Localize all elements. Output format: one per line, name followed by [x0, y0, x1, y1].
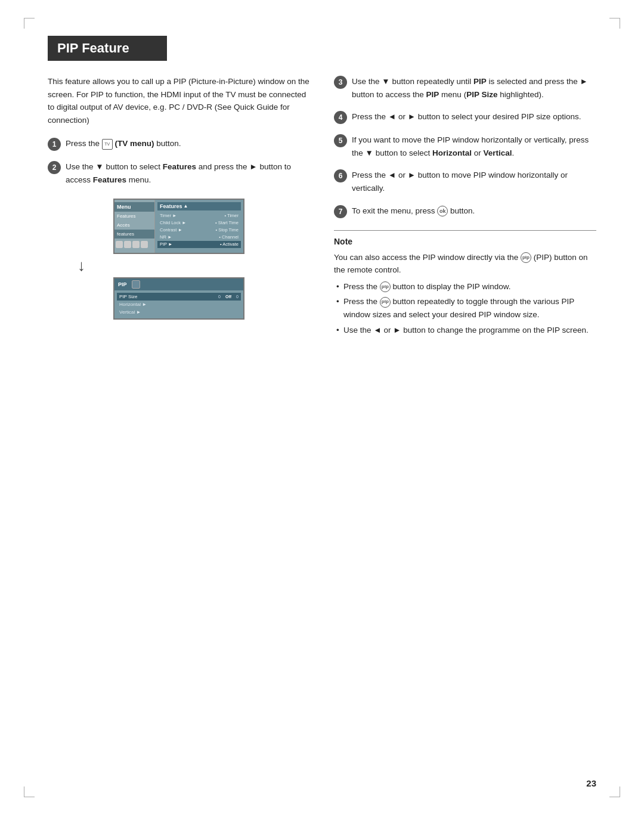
pip-title-text: PIP	[118, 281, 127, 287]
sidebar-item-acces: Accès	[114, 221, 154, 230]
screen-mockup-area: → Menu Features Accès features	[48, 199, 310, 320]
sidebar-item-features: Features	[114, 212, 154, 221]
right-column: 3 Use the ▼ button repeatedly until PIP …	[334, 75, 596, 339]
corner-mark-br	[609, 786, 620, 797]
pip-val-0: 0	[218, 295, 221, 299]
corner-mark-tl	[24, 18, 35, 29]
menu-row-timer: Timer ►• Timer	[157, 212, 241, 219]
step-1: 1 Press the TV (TV menu) button.	[48, 137, 310, 151]
sidebar-title: Menu	[114, 202, 154, 212]
menu-main: Features ▲ Timer ►• Timer Child Lock ►• …	[155, 200, 243, 253]
left-column: This feature allows you to call up a PIP…	[48, 75, 310, 339]
intro-paragraph: This feature allows you to call up a PIP…	[48, 75, 310, 126]
step-num-6: 6	[334, 169, 347, 182]
step-4: 4 Press the ◄ or ► button to select your…	[334, 110, 596, 124]
page-container: PIP Feature This feature allows you to c…	[0, 0, 644, 833]
pip-value-area: 0 Off 0	[218, 295, 239, 299]
step-num-7: 7	[334, 205, 347, 218]
corner-mark-bl	[24, 786, 35, 797]
menu-sidebar: Menu Features Accès features	[114, 200, 155, 253]
step-num-2: 2	[48, 161, 61, 174]
step-5: 5 If you want to move the PIP window hor…	[334, 134, 596, 159]
step-2: 2 Use the ▼ button to select Features an…	[48, 160, 310, 186]
menu-row-nr: NR ►• Channel	[157, 234, 241, 241]
note-intro: You can also access the PIP window direc…	[334, 251, 596, 277]
menu-icon: TV	[102, 139, 113, 150]
step-7: 7 To exit the menu, press ok button.	[334, 205, 596, 218]
step-num-3: 3	[334, 76, 347, 89]
pip-title-bar: PIP	[114, 278, 243, 290]
features-menu-mockup: Menu Features Accès features	[113, 199, 244, 255]
down-arrow: ↓	[78, 256, 85, 275]
menu-row-pip: PIP ►• Activate	[157, 241, 241, 248]
pip-btn-display: pip	[380, 281, 391, 292]
pip-row-vertical: Vertical ►	[119, 308, 239, 316]
pip-val-1: 0	[236, 295, 239, 299]
note-bullet-3: Use the ◄ or ► button to change the prog…	[334, 324, 596, 337]
menu-main-title: Features ▲	[157, 202, 241, 210]
page-title: PIP Feature	[48, 36, 167, 61]
content-columns: This feature allows you to call up a PIP…	[48, 75, 596, 339]
step-text-7: To exit the menu, press ok button.	[352, 205, 475, 218]
step-num-4: 4	[334, 111, 347, 124]
step-6: 6 Press the ◄ or ► button to move PIP wi…	[334, 169, 596, 194]
pip-button-icon-inline: pip	[521, 252, 531, 263]
note-bullet-1: Press the pip button to display the PIP …	[334, 280, 596, 293]
pip-row-horizontal: Horizontal ►	[119, 301, 239, 308]
step-text-5: If you want to move the PIP window horiz…	[352, 134, 596, 159]
note-bullet-2: Press the pip button repeatedly to toggl…	[334, 295, 596, 321]
sidebar-item-active: features	[114, 230, 154, 239]
pip-menu-mockup: PIP PIP Size 0 Off 0	[113, 277, 244, 320]
pip-content: PIP Size 0 Off 0 Horizontal ► Vertical ►	[114, 290, 243, 318]
menu-row-contrast: Contrast ►• Stop Time	[157, 227, 241, 234]
corner-mark-tr	[609, 18, 620, 29]
step-3: 3 Use the ▼ button repeatedly until PIP …	[334, 75, 596, 101]
step-num-1: 1	[48, 138, 61, 151]
note-section: Note You can also access the PIP window …	[334, 230, 596, 337]
ok-button-icon: ok	[437, 206, 448, 216]
menu-row-childlock: Child Lock ►• Start Time	[157, 219, 241, 227]
step-num-5: 5	[334, 134, 347, 147]
pip-row-size: PIP Size 0 Off 0	[117, 293, 241, 301]
pip-btn-toggle: pip	[380, 297, 391, 308]
pip-val-off: Off	[225, 295, 231, 299]
page-number: 23	[586, 778, 596, 788]
step-text-4: Press the ◄ or ► button to select your d…	[352, 110, 581, 123]
step-text-3: Use the ▼ button repeatedly until PIP is…	[352, 75, 596, 101]
step-text-1: Press the TV (TV menu) button.	[66, 137, 181, 150]
features-screen-wrapper: → Menu Features Accès features	[113, 199, 244, 255]
note-title: Note	[334, 237, 596, 246]
step-text-6: Press the ◄ or ► button to move PIP wind…	[352, 169, 596, 194]
step-text-2: Use the ▼ button to select Features and …	[66, 160, 310, 186]
